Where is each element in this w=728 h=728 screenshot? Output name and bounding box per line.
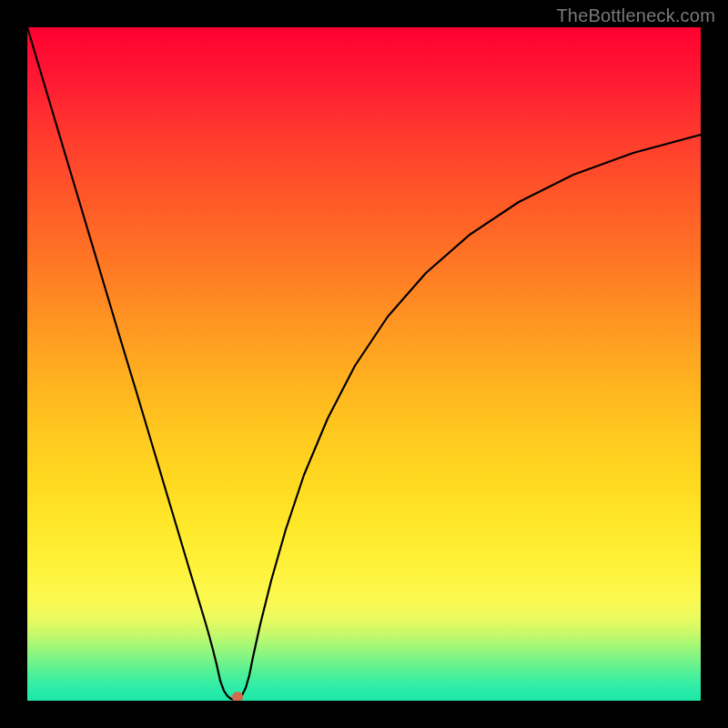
gradient-background	[27, 27, 701, 701]
watermark-text: TheBottleneck.com	[556, 5, 715, 26]
plot-area	[27, 27, 701, 701]
chart-frame: TheBottleneck.com	[0, 0, 728, 728]
